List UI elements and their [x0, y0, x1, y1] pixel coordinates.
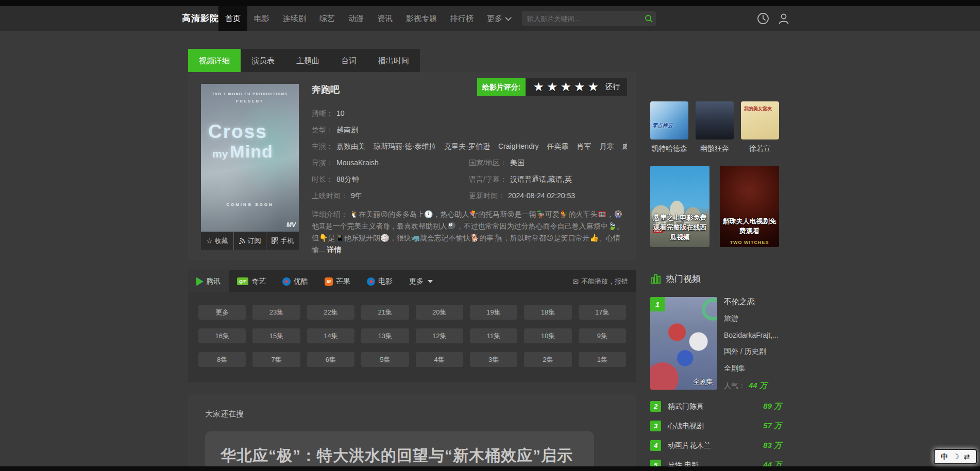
search-input[interactable]	[522, 15, 641, 23]
region-value[interactable]: 美国	[510, 159, 525, 167]
translate-widget: 中 ☽ ⇄	[934, 449, 977, 464]
episode-button[interactable]: 9集	[579, 328, 626, 343]
type-value[interactable]: 越南剧	[336, 126, 358, 134]
episode-button[interactable]: 3集	[470, 352, 517, 367]
cast-name[interactable]: 任奕霏	[547, 143, 569, 150]
featured-line: 国外 / 历史剧	[724, 347, 797, 356]
updated-value: 2024-08-24 02:20:53	[508, 192, 575, 200]
language-label: 语言/字幕：	[469, 176, 507, 183]
history-button[interactable]	[756, 12, 770, 25]
duration-value: 88分钟	[336, 176, 359, 183]
star-link[interactable]: 我的美女室友 徐若宣	[741, 101, 779, 153]
cast-name[interactable]: 肖军	[577, 143, 592, 150]
episode-button[interactable]: 17集	[579, 305, 626, 320]
episode-button[interactable]: 23集	[252, 305, 300, 320]
hot-item-count: 57 万	[763, 421, 782, 431]
episode-button[interactable]: 2集	[524, 352, 571, 367]
rank-badge: 2	[650, 401, 661, 412]
star-link[interactable]: 零点棒云 凯特哈德森	[650, 101, 688, 153]
cast-name[interactable]: 月寒	[600, 143, 614, 150]
movie-intro: 详细介绍：🐧在美丽😜的多多岛上🕐，热心助人🪁的托马斯😵是一辆🦆可爱🐓的火车头🥅，…	[312, 208, 627, 256]
tab-air-time[interactable]: 播出时间	[367, 49, 420, 72]
movie-poster[interactable]: TVB + WONG FU PRODUCTIONS PRESENT Cross …	[201, 84, 299, 232]
promo-poster-witches[interactable]: 斛珠夫人电视剧免费观看 TWO WITCHES	[720, 166, 779, 247]
featured-thumbnail[interactable]: 1 全剧集	[650, 297, 717, 390]
star-link[interactable]: 幽骸狂奔	[696, 101, 734, 153]
starring-label: 主演：	[312, 143, 333, 150]
featured-title[interactable]: 不伦之恋	[724, 297, 797, 307]
source-tab-bar: 腾讯 QIY奇艺 优酷 M芒果 电影 更多 ✉不能播放，报错	[188, 270, 636, 292]
promo-poster-veep[interactable]: VEEP HBO 悬崖之上电影免费观看完整版在线西瓜视频	[650, 166, 709, 247]
hot-list-item[interactable]: 4 动画片花木兰 83 万	[650, 440, 782, 451]
episode-button[interactable]: 15集	[252, 328, 300, 343]
intro-more-link[interactable]: 详情	[327, 246, 342, 254]
cast-list: 嘉数由美 琼斯玛丽·德·泰维拉 克里夫·罗伯逊 CraigHendry 任奕霏 …	[336, 143, 627, 150]
source-mango[interactable]: M芒果	[316, 270, 359, 292]
episode-button[interactable]: 4集	[416, 352, 463, 367]
swap-arrows-icon[interactable]: ⇄	[964, 453, 970, 460]
episode-button[interactable]: 8集	[198, 352, 246, 367]
nav-news[interactable]: 资讯	[370, 6, 399, 31]
episode-button[interactable]: 18集	[524, 305, 571, 320]
episode-button[interactable]: 13集	[361, 328, 409, 343]
cast-name[interactable]: 嘉数由美	[336, 143, 365, 150]
episode-button[interactable]: 22集	[307, 305, 354, 320]
site-logo[interactable]: 高清影院	[182, 6, 219, 31]
episode-button[interactable]: 14集	[307, 328, 354, 343]
dark-mode-moon-icon[interactable]: ☽	[953, 453, 959, 460]
rating-stars[interactable]: ★★★★★	[533, 81, 601, 93]
chevron-down-icon	[505, 14, 512, 21]
movie-play-icon	[367, 277, 375, 286]
main-header: 高清影院 首页 电影 连续剧 综艺 动漫 资讯 影视专题 排行榜 更多	[0, 6, 980, 31]
hot-list-item[interactable]: 3 心战电视剧 57 万	[650, 421, 782, 431]
report-error-link[interactable]: ✉不能播放，报错	[572, 277, 636, 286]
nav-series[interactable]: 连续剧	[276, 6, 313, 31]
cast-name[interactable]: 克里夫·罗伯逊	[444, 143, 490, 150]
star-thumbnail: 零点棒云	[650, 101, 688, 139]
source-movie[interactable]: 电影	[359, 270, 401, 292]
hot-list-item[interactable]: 2 精武门陈真 89 万	[650, 401, 782, 412]
nav-home[interactable]: 首页	[218, 6, 247, 31]
detail-tabs: 视频详细 演员表 主题曲 台词 播出时间	[188, 49, 420, 72]
search-button[interactable]	[641, 11, 656, 26]
tab-theme-song[interactable]: 主题曲	[285, 49, 330, 72]
episode-button[interactable]: 12集	[416, 328, 463, 343]
episode-button[interactable]: 1集	[579, 352, 626, 367]
intro-text: 🐧在美丽😜的多多岛上🕐，热心助人🪁的托马斯😵是一辆🦆可爱🐓的火车头🥅，🎡他♊是一…	[312, 210, 624, 254]
account-button[interactable]	[777, 12, 790, 25]
source-youku[interactable]: 优酷	[274, 270, 316, 292]
cast-name[interactable]: 琼斯玛丽·德·泰维拉	[374, 143, 436, 150]
nav-variety[interactable]: 综艺	[313, 6, 342, 31]
episode-more-button[interactable]: 更多	[198, 305, 246, 320]
nav-ranking[interactable]: 排行榜	[444, 6, 480, 31]
episode-button[interactable]: 6集	[307, 352, 354, 367]
tab-video-detail[interactable]: 视频详细	[188, 49, 241, 72]
source-iqiyi[interactable]: QIY奇艺	[229, 270, 274, 292]
episode-button[interactable]: 21集	[361, 305, 409, 320]
mobile-button[interactable]: 手机	[266, 232, 299, 250]
nav-more[interactable]: 更多	[480, 6, 516, 31]
tab-cast[interactable]: 演员表	[241, 49, 285, 72]
nav-anime[interactable]: 动漫	[342, 6, 370, 31]
episode-button[interactable]: 10集	[524, 328, 571, 343]
tab-lines[interactable]: 台词	[330, 49, 367, 72]
nav-specials[interactable]: 影视专题	[399, 6, 444, 31]
subscribe-button[interactable]: 订阅	[234, 232, 267, 250]
episode-button[interactable]: 11集	[470, 328, 517, 343]
favorite-button[interactable]: ☆收藏	[201, 232, 234, 250]
nav-movies[interactable]: 电影	[247, 6, 276, 31]
episode-button[interactable]: 7集	[252, 352, 300, 367]
episode-button[interactable]: 20集	[416, 305, 463, 320]
episode-button[interactable]: 19集	[470, 305, 517, 320]
episode-button[interactable]: 16集	[198, 328, 246, 343]
source-tencent[interactable]: 腾讯	[188, 270, 229, 292]
episode-button[interactable]: 5集	[361, 352, 409, 367]
suggest-query-box[interactable]: 华北应“极”：特大洪水的回望与“新木桶效应”启示	[205, 431, 594, 471]
cast-name[interactable]: 戚...	[622, 143, 627, 150]
cast-name[interactable]: CraigHendry	[498, 143, 539, 150]
chinese-lang-button[interactable]: 中	[941, 453, 948, 460]
source-more[interactable]: 更多	[401, 270, 441, 292]
director-value[interactable]: MousaKraish	[336, 159, 379, 167]
source-label: 奇艺	[251, 277, 266, 286]
rank-badge: 1	[650, 297, 665, 311]
